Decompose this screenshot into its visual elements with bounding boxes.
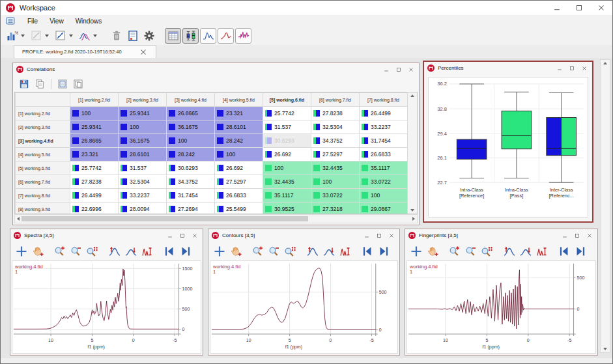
- correlation-cell[interactable]: 27.8238: [311, 107, 360, 120]
- save-button[interactable]: [18, 77, 31, 91]
- crosshair-button[interactable]: [14, 244, 29, 259]
- peak-up-button[interactable]: [306, 244, 320, 259]
- correlation-cell[interactable]: 26.6833: [215, 189, 263, 203]
- row-header[interactable]: [2] working.3.fid: [16, 120, 70, 134]
- zoom-in-button[interactable]: [448, 244, 462, 259]
- correlations-titlebar[interactable]: Correlations: [13, 63, 419, 76]
- correlation-cell[interactable]: 100: [119, 120, 167, 134]
- correlation-cell[interactable]: 31.537: [263, 120, 311, 134]
- correlation-cell[interactable]: 31.7454: [167, 189, 215, 203]
- correlation-cell[interactable]: 26.8665: [167, 107, 215, 120]
- regression-dropdown-icon[interactable]: [69, 35, 73, 37]
- correlation-cell[interactable]: 100: [311, 175, 360, 189]
- row-header[interactable]: [4] working.5.fid: [16, 148, 70, 161]
- minimize-button[interactable]: [381, 65, 392, 74]
- correlation-cell[interactable]: 36.1675: [119, 134, 167, 148]
- zoom-points-button[interactable]: [480, 244, 494, 259]
- maximize-button[interactable]: [572, 231, 582, 240]
- correlation-cell[interactable]: 100: [263, 161, 311, 175]
- maximize-button[interactable]: [374, 231, 384, 240]
- zoom-in-button[interactable]: [53, 244, 67, 259]
- pan-button[interactable]: [425, 244, 440, 259]
- correlation-cell[interactable]: 100: [167, 134, 215, 148]
- crosshair-button[interactable]: [212, 244, 227, 259]
- correlation-cell[interactable]: 34.3752: [311, 134, 360, 148]
- fingerprints-titlebar[interactable]: Fingerprints [3,5]: [405, 229, 597, 242]
- correlation-cell[interactable]: 28.6101: [119, 148, 167, 161]
- zoom-out-button[interactable]: [69, 244, 83, 259]
- table-vertical-scrollbar[interactable]: [407, 92, 417, 214]
- close-button[interactable]: [190, 231, 200, 240]
- correlation-cell[interactable]: 30.6293: [263, 134, 311, 148]
- row-header[interactable]: [5] working.6.fid: [16, 161, 70, 175]
- spectra-overlay-button[interactable]: [76, 28, 93, 44]
- maximize-button[interactable]: [393, 65, 404, 74]
- correlation-cell[interactable]: 33.0722: [360, 175, 408, 189]
- regression-button[interactable]: [52, 28, 68, 44]
- report-table-button[interactable]: [56, 77, 69, 91]
- correlation-cell[interactable]: 28.0094: [119, 203, 167, 214]
- minimize-button[interactable]: [560, 231, 570, 240]
- column-header[interactable]: [2] working.3.fid: [119, 93, 167, 107]
- scroll-left-icon[interactable]: [17, 217, 20, 221]
- correlation-cell[interactable]: 23.321: [215, 107, 263, 120]
- correlation-cell[interactable]: 32.5304: [119, 175, 167, 189]
- copy-table-button[interactable]: [72, 77, 85, 91]
- correlation-cell[interactable]: 22.6996: [70, 203, 119, 214]
- first-button[interactable]: [360, 244, 375, 259]
- delete-button[interactable]: [108, 28, 124, 44]
- row-header[interactable]: [7] working.8.fid: [16, 189, 70, 203]
- maximize-button[interactable]: [177, 231, 188, 240]
- zoom-out-button[interactable]: [267, 244, 281, 259]
- correlation-cell[interactable]: 31.7454: [360, 134, 408, 148]
- zoom-points-button[interactable]: [85, 244, 100, 259]
- annotate-button[interactable]: [28, 28, 44, 44]
- correlation-cell[interactable]: 27.8238: [70, 175, 119, 189]
- tab-close-icon[interactable]: [139, 48, 148, 57]
- hamburger-menu-button[interactable]: [3, 16, 18, 26]
- last-button[interactable]: [573, 244, 588, 259]
- first-button[interactable]: [162, 244, 177, 259]
- correlation-cell[interactable]: 32.4435: [311, 161, 360, 175]
- correlation-cell[interactable]: 32.4435: [263, 175, 311, 189]
- scroll-right-icon[interactable]: [412, 217, 415, 221]
- correlation-cell[interactable]: 27.5297: [311, 148, 360, 161]
- minimize-button[interactable]: [546, 1, 568, 15]
- correlation-cell[interactable]: 34.3752: [167, 175, 215, 189]
- table-horizontal-scrollbar[interactable]: [14, 214, 418, 223]
- spectra-titlebar[interactable]: Spectra [3,5]: [10, 229, 203, 242]
- statistics-button[interactable]: %: [4, 28, 20, 44]
- peak-up-button[interactable]: [502, 244, 517, 259]
- first-button[interactable]: [557, 244, 571, 259]
- profile-tab[interactable]: PROFILE: working.2.fid 2020-10-19T16:52:…: [14, 45, 156, 58]
- correlation-cell[interactable]: 28.242: [167, 148, 215, 161]
- row-header[interactable]: [1] working.2.fid: [16, 107, 70, 120]
- correlation-cell[interactable]: 35.1117: [263, 189, 311, 203]
- correlation-cell[interactable]: 30.6293: [167, 161, 215, 175]
- correlation-cell[interactable]: 26.4499: [360, 107, 408, 120]
- maximize-button[interactable]: [567, 64, 577, 73]
- peaks-range-button[interactable]: [338, 244, 352, 259]
- correlation-cell[interactable]: 35.1117: [360, 161, 408, 175]
- column-header[interactable]: [3] working.4.fid: [167, 93, 215, 107]
- scroll-up-icon[interactable]: [603, 62, 607, 64]
- close-button[interactable]: [579, 64, 590, 73]
- view-contours-button[interactable]: [218, 28, 234, 44]
- close-button[interactable]: [386, 231, 397, 240]
- close-button[interactable]: [406, 65, 416, 74]
- maximize-button[interactable]: [568, 1, 590, 15]
- view-percentiles-button[interactable]: [182, 28, 199, 44]
- correlation-cell[interactable]: 31.537: [119, 161, 167, 175]
- row-header[interactable]: [8] working.9.fid: [16, 203, 70, 214]
- peak-down-button[interactable]: [124, 244, 138, 259]
- correlation-cell[interactable]: 27.5297: [215, 175, 263, 189]
- menu-windows[interactable]: Windows: [70, 17, 108, 25]
- correlation-cell[interactable]: 32.5304: [311, 120, 360, 134]
- spectra-overlay-dropdown-icon[interactable]: [93, 35, 97, 37]
- pan-button[interactable]: [31, 244, 45, 259]
- correlation-cell[interactable]: 26.6833: [360, 148, 408, 161]
- correlation-cell[interactable]: 33.2237: [119, 189, 167, 203]
- correlation-cell[interactable]: 100: [70, 107, 119, 120]
- close-button[interactable]: [590, 1, 612, 15]
- scroll-up-icon[interactable]: [410, 94, 414, 97]
